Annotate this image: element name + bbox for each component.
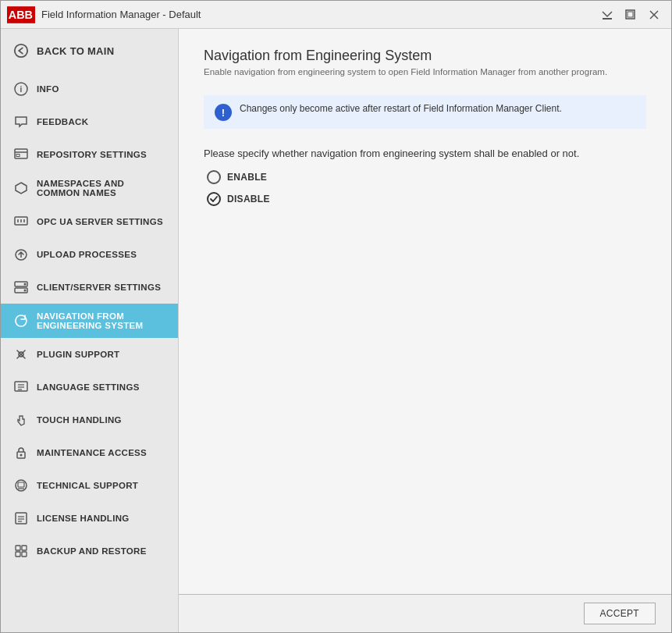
sidebar-item-feedback[interactable]: FEEDBACK [1,105,178,138]
titlebar-left: ABB Field Information Manager - Default [7,5,201,24]
feedback-icon [13,114,29,130]
repository-icon [13,147,29,162]
opc-icon [13,214,29,229]
touch-icon [13,412,29,428]
sidebar-item-touch[interactable]: TOUCH HANDLING [1,404,178,436]
content-title: Navigation from Engineering System [204,48,646,64]
info-icon: i [13,81,29,97]
sidebar-item-label: LANGUAGE SETTINGS [37,382,140,392]
sidebar-item-opc-ua[interactable]: OPC UA SERVER SETTINGS [1,205,178,238]
content-area: Navigation from Engineering System Enabl… [179,29,671,632]
svg-rect-12 [16,155,20,157]
abb-logo: ABB [7,5,35,24]
app-window: ABB Field Information Manager - Default [0,0,672,633]
svg-point-21 [24,290,27,292]
content-subtitle: Enable navigation from engineering syste… [204,67,646,76]
sidebar-item-label: PLUGIN SUPPORT [37,350,119,359]
restore-button[interactable] [620,4,642,26]
sidebar-item-label: OPC UA SERVER SETTINGS [37,217,163,226]
svg-text:ABB: ABB [9,9,33,21]
titlebar-title: Field Information Manager - Default [41,9,201,20]
sidebar-item-label: REPOSITORY SETTINGS [37,150,147,159]
sidebar-item-technical[interactable]: TECHNICAL SUPPORT [1,469,178,502]
svg-rect-40 [16,552,20,557]
minimize-button[interactable] [596,4,618,26]
sidebar-item-client-server[interactable]: CLIENT/SERVER SETTINGS [1,271,178,304]
svg-point-20 [24,283,27,286]
backup-icon [13,543,29,559]
sidebar-back-button[interactable]: BACK TO MAIN [1,29,178,73]
sidebar-item-label: FEEDBACK [37,117,88,126]
svg-rect-2 [603,18,612,20]
titlebar: ABB Field Information Manager - Default [1,1,671,29]
navigation-icon [13,313,29,329]
titlebar-buttons [596,4,665,26]
plugin-icon [13,347,29,362]
info-message-text: Changes only become active after restart… [240,103,562,114]
svg-rect-4 [628,12,633,17]
client-server-icon [13,279,29,295]
sidebar-item-info[interactable]: i INFO [1,73,178,105]
radio-group: ENABLE DISABLE [207,170,646,206]
technical-icon [13,478,29,493]
svg-rect-38 [16,546,20,550]
enable-label: ENABLE [227,172,267,183]
maintenance-icon [13,445,29,461]
language-icon [13,379,29,395]
namespaces-icon [13,180,29,196]
sidebar-item-label: LICENSE HANDLING [37,514,130,523]
sidebar-item-label: TECHNICAL SUPPORT [37,481,138,490]
accept-button[interactable]: ACCEPT [584,603,656,624]
sidebar-item-label: BACKUP AND RESTORE [37,546,147,556]
svg-rect-34 [16,513,27,524]
sidebar-item-maintenance[interactable]: MAINTENANCE ACCESS [1,436,178,469]
info-alert-icon: ! [215,104,232,121]
sidebar-item-upload[interactable]: UPLOAD PROCESSES [1,238,178,271]
sidebar: BACK TO MAIN i INFO FE [1,29,179,632]
sidebar-item-label: MAINTENANCE ACCESS [37,448,147,457]
disable-radio[interactable] [207,192,221,206]
close-button[interactable] [643,4,665,26]
info-message-box: ! Changes only become active after resta… [204,95,646,129]
sidebar-item-label: CLIENT/SERVER SETTINGS [37,283,161,292]
sidebar-item-label: TOUCH HANDLING [37,415,122,425]
sidebar-item-navigation[interactable]: NAVIGATION FROM ENGINEERING SYSTEM [1,304,178,338]
disable-label: DISABLE [227,194,270,204]
sidebar-item-label: NAMESPACES AND COMMON NAMES [37,179,165,197]
option-prompt: Please specify whether navigation from e… [204,148,646,159]
enable-radio[interactable] [207,170,221,184]
svg-text:i: i [20,85,22,94]
back-icon [13,43,29,59]
license-icon [13,510,29,526]
content-inner: Navigation from Engineering System Enabl… [179,29,671,594]
sidebar-item-label: INFO [37,84,59,94]
sidebar-item-label: UPLOAD PROCESSES [37,250,137,259]
back-label: BACK TO MAIN [37,45,114,57]
sidebar-item-namespaces[interactable]: NAMESPACES AND COMMON NAMES [1,171,178,205]
sidebar-item-backup[interactable]: BACKUP AND RESTORE [1,535,178,567]
sidebar-item-language[interactable]: LANGUAGE SETTINGS [1,371,178,404]
svg-point-31 [16,480,27,491]
svg-rect-41 [22,552,27,557]
upload-icon [13,247,29,262]
sidebar-item-repository[interactable]: REPOSITORY SETTINGS [1,138,178,171]
svg-rect-32 [18,482,24,487]
sidebar-item-label: NAVIGATION FROM ENGINEERING SYSTEM [37,311,165,330]
svg-point-30 [20,454,23,457]
main-layout: BACK TO MAIN i INFO FE [1,29,671,632]
sidebar-item-license[interactable]: LICENSE HANDLING [1,502,178,535]
content-footer: ACCEPT [179,594,671,632]
enable-option[interactable]: ENABLE [207,170,646,184]
disable-option[interactable]: DISABLE [207,192,646,206]
sidebar-item-plugin[interactable]: PLUGIN SUPPORT [1,338,178,371]
svg-rect-39 [22,546,27,550]
svg-point-7 [15,44,27,57]
